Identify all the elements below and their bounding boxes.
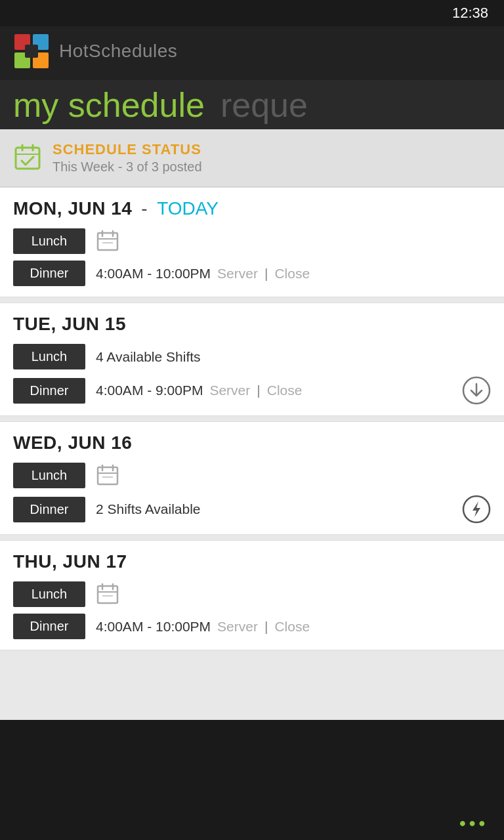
shift-row-1-1: Dinner4:00AM - 9:00PM Server | Close [13, 376, 491, 405]
shift-time-0-1: 4:00AM - 10:00PM [96, 266, 211, 282]
days-container: MON, JUN 14 - TODAYLunch Dinner4:00AM - … [0, 187, 504, 650]
shift-info-0-1: 4:00AM - 10:00PM Server | Close [96, 266, 491, 282]
day-card-0: MON, JUN 14 - TODAYLunch Dinner4:00AM - … [0, 187, 504, 297]
status-bar: 12:38 [0, 0, 504, 26]
shift-label-2-0: Lunch [13, 463, 85, 488]
main-content: SCHEDULE STATUS This Week - 3 of 3 poste… [0, 129, 504, 720]
page-tabs: my schedule reque [0, 80, 504, 129]
shift-qualifier-3-1: Close [274, 619, 310, 635]
day-card-1: TUE, JUN 15Lunch4 Available ShiftsDinner… [0, 303, 504, 416]
status-subtitle: This Week - 3 of 3 posted [52, 159, 202, 175]
day-card-2: WED, JUN 16Lunch Dinner2 Shifts Availabl… [0, 421, 504, 535]
shift-role-3-1: Server [217, 619, 258, 635]
shift-label-1-0: Lunch [13, 344, 85, 369]
shift-qualifier-0-1: Close [274, 266, 310, 282]
shift-label-0-1: Dinner [13, 261, 85, 286]
svg-rect-5 [16, 148, 39, 169]
shift-separator-3-1: | [264, 619, 268, 635]
shift-separator-1-1: | [257, 383, 260, 398]
day-name-1: TUE, JUN 15 [13, 314, 126, 335]
tab-my-schedule[interactable]: my schedule [13, 87, 205, 129]
shift-time-3-1: 4:00AM - 10:00PM [96, 619, 211, 635]
day-header-2: WED, JUN 16 [13, 432, 491, 453]
lightning-icon-2-1[interactable] [462, 495, 491, 524]
app-name: HotSchedules [59, 41, 177, 62]
bottom-dots-icon: ●●● [459, 816, 488, 830]
svg-rect-16 [98, 467, 117, 484]
app-header: HotSchedules [0, 26, 504, 80]
schedule-status-icon [13, 144, 42, 173]
shift-row-3-1: Dinner4:00AM - 10:00PM Server | Close [13, 614, 491, 639]
shift-row-2-0: Lunch [13, 463, 491, 488]
day-name-0: MON, JUN 14 [13, 198, 132, 219]
shift-row-0-1: Dinner4:00AM - 10:00PM Server | Close [13, 261, 491, 286]
shift-qualifier-1-1: Close [267, 383, 303, 398]
day-name-3: THU, JUN 17 [13, 551, 127, 572]
day-header-1: TUE, JUN 15 [13, 314, 491, 335]
status-time: 12:38 [452, 5, 488, 22]
shift-role-0-1: Server [217, 266, 258, 282]
calendar-icon-0-0 [96, 230, 119, 253]
tab-requests[interactable]: reque [205, 87, 308, 129]
shift-role-1-1: Server [209, 383, 250, 398]
shift-row-1-0: Lunch4 Available Shifts [13, 344, 491, 369]
shift-label-3-1: Dinner [13, 614, 85, 639]
svg-rect-23 [98, 586, 117, 603]
day-name-2: WED, JUN 16 [13, 432, 132, 453]
shift-row-0-0: Lunch [13, 228, 491, 254]
available-shifts-text-1-0[interactable]: 4 Available Shifts [96, 349, 491, 365]
shift-label-1-1: Dinner [13, 378, 85, 404]
shift-label-3-0: Lunch [13, 581, 85, 607]
shift-separator-0-1: | [264, 266, 268, 282]
shift-info-1-1: 4:00AM - 9:00PM Server | Close [96, 383, 452, 398]
calendar-icon-3-0 [96, 583, 119, 606]
svg-marker-22 [472, 501, 480, 517]
today-badge-0: TODAY [157, 198, 219, 219]
shift-label-0-0: Lunch [13, 228, 85, 254]
shift-info-3-1: 4:00AM - 10:00PM Server | Close [96, 619, 491, 635]
status-text-group: SCHEDULE STATUS This Week - 3 of 3 poste… [52, 141, 202, 175]
day-header-3: THU, JUN 17 [13, 551, 491, 572]
schedule-status-banner: SCHEDULE STATUS This Week - 3 of 3 poste… [0, 129, 504, 187]
available-shifts-text-2-1[interactable]: 2 Shifts Available [96, 501, 452, 517]
download-icon-1-1[interactable] [462, 376, 491, 405]
day-card-3: THU, JUN 17Lunch Dinner4:00AM - 10:00PM … [0, 540, 504, 650]
shift-row-2-1: Dinner2 Shifts Available [13, 495, 491, 524]
calendar-icon-2-0 [96, 464, 119, 488]
shift-time-1-1: 4:00AM - 9:00PM [96, 383, 203, 398]
hotschedules-logo [13, 33, 50, 70]
shift-row-3-0: Lunch [13, 581, 491, 607]
bottom-bar: ●●● [0, 806, 504, 840]
svg-rect-4 [25, 45, 38, 58]
svg-rect-9 [98, 233, 117, 250]
day-header-0: MON, JUN 14 - TODAY [13, 198, 491, 219]
status-title: SCHEDULE STATUS [52, 141, 202, 158]
shift-label-2-1: Dinner [13, 497, 85, 522]
